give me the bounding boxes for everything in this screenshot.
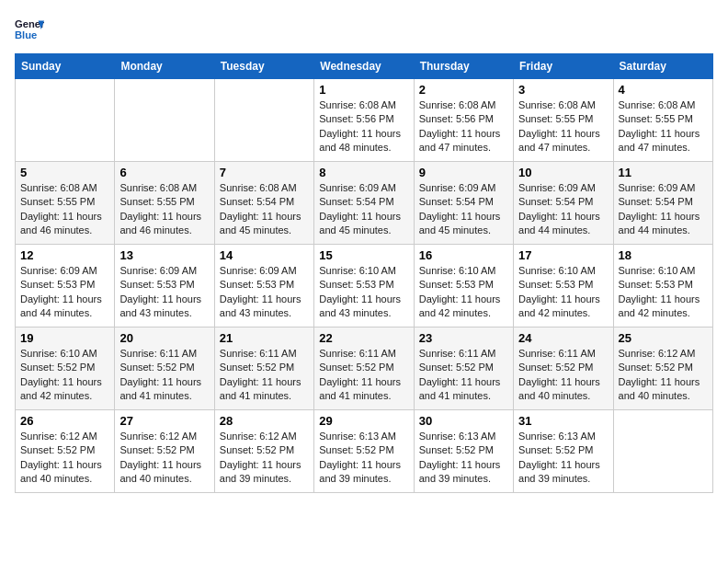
calendar-cell: 6Sunrise: 6:08 AM Sunset: 5:55 PM Daylig… [115,162,214,245]
day-info: Sunrise: 6:10 AM Sunset: 5:53 PM Dayligh… [518,264,608,321]
calendar-cell: 10Sunrise: 6:09 AM Sunset: 5:54 PM Dayli… [514,162,613,245]
calendar-cell: 13Sunrise: 6:09 AM Sunset: 5:53 PM Dayli… [115,245,214,327]
day-info: Sunrise: 6:10 AM Sunset: 5:53 PM Dayligh… [419,264,508,321]
day-header-saturday: Saturday [613,54,712,79]
calendar-cell [16,79,115,162]
day-number: 7 [220,166,309,179]
day-number: 17 [518,248,608,262]
day-info: Sunrise: 6:11 AM Sunset: 5:52 PM Dayligh… [419,347,508,404]
calendar-week-2: 5Sunrise: 6:08 AM Sunset: 5:55 PM Daylig… [16,162,713,245]
calendar-cell [613,410,712,493]
calendar-week-3: 12Sunrise: 6:09 AM Sunset: 5:53 PM Dayli… [16,245,713,327]
calendar-cell: 28Sunrise: 6:12 AM Sunset: 5:52 PM Dayli… [214,410,313,493]
calendar-cell: 31Sunrise: 6:13 AM Sunset: 5:52 PM Dayli… [514,410,613,493]
calendar-cell: 20Sunrise: 6:11 AM Sunset: 5:52 PM Dayli… [115,327,214,410]
calendar-cell: 22Sunrise: 6:11 AM Sunset: 5:52 PM Dayli… [314,327,414,410]
day-number: 28 [220,414,309,428]
day-header-wednesday: Wednesday [314,54,414,79]
calendar-cell: 3Sunrise: 6:08 AM Sunset: 5:55 PM Daylig… [514,79,613,162]
day-number: 18 [619,248,708,262]
logo-icon: General Blue [15,15,44,44]
day-header-monday: Monday [115,54,214,79]
svg-text:Blue: Blue [15,29,37,40]
calendar-cell: 1Sunrise: 6:08 AM Sunset: 5:56 PM Daylig… [314,79,414,162]
calendar-cell: 7Sunrise: 6:08 AM Sunset: 5:54 PM Daylig… [214,162,313,245]
calendar-week-5: 26Sunrise: 6:12 AM Sunset: 5:52 PM Dayli… [16,410,713,493]
day-number: 23 [419,331,508,345]
calendar-cell: 19Sunrise: 6:10 AM Sunset: 5:52 PM Dayli… [16,327,115,410]
day-info: Sunrise: 6:10 AM Sunset: 5:53 PM Dayligh… [319,264,408,321]
day-info: Sunrise: 6:09 AM Sunset: 5:54 PM Dayligh… [619,181,708,238]
day-info: Sunrise: 6:09 AM Sunset: 5:53 PM Dayligh… [119,264,209,321]
day-info: Sunrise: 6:13 AM Sunset: 5:52 PM Dayligh… [419,430,508,487]
day-info: Sunrise: 6:11 AM Sunset: 5:52 PM Dayligh… [119,347,209,404]
day-info: Sunrise: 6:08 AM Sunset: 5:56 PM Dayligh… [319,98,408,155]
day-info: Sunrise: 6:08 AM Sunset: 5:55 PM Dayligh… [119,181,209,238]
day-info: Sunrise: 6:11 AM Sunset: 5:52 PM Dayligh… [319,347,408,404]
day-info: Sunrise: 6:08 AM Sunset: 5:55 PM Dayligh… [20,181,109,238]
day-number: 19 [20,331,109,345]
calendar-week-4: 19Sunrise: 6:10 AM Sunset: 5:52 PM Dayli… [16,327,713,410]
day-header-tuesday: Tuesday [214,54,313,79]
day-info: Sunrise: 6:09 AM Sunset: 5:53 PM Dayligh… [220,264,309,321]
calendar-cell: 15Sunrise: 6:10 AM Sunset: 5:53 PM Dayli… [314,245,414,327]
calendar-cell: 17Sunrise: 6:10 AM Sunset: 5:53 PM Dayli… [514,245,613,327]
day-number: 4 [619,83,708,97]
day-info: Sunrise: 6:12 AM Sunset: 5:52 PM Dayligh… [119,430,209,487]
calendar-cell: 8Sunrise: 6:09 AM Sunset: 5:54 PM Daylig… [314,162,414,245]
calendar-week-1: 1Sunrise: 6:08 AM Sunset: 5:56 PM Daylig… [16,79,713,162]
calendar-cell [214,79,313,162]
day-info: Sunrise: 6:11 AM Sunset: 5:52 PM Dayligh… [220,347,309,404]
calendar-cell: 2Sunrise: 6:08 AM Sunset: 5:56 PM Daylig… [414,79,513,162]
calendar-cell: 4Sunrise: 6:08 AM Sunset: 5:55 PM Daylig… [613,79,712,162]
day-info: Sunrise: 6:08 AM Sunset: 5:55 PM Dayligh… [619,98,708,155]
day-info: Sunrise: 6:13 AM Sunset: 5:52 PM Dayligh… [319,430,408,487]
calendar-cell: 5Sunrise: 6:08 AM Sunset: 5:55 PM Daylig… [16,162,115,245]
calendar-cell [115,79,214,162]
day-number: 30 [419,414,508,428]
day-info: Sunrise: 6:08 AM Sunset: 5:56 PM Dayligh… [419,98,508,155]
day-number: 27 [119,414,209,428]
day-number: 2 [419,83,508,97]
day-info: Sunrise: 6:09 AM Sunset: 5:54 PM Dayligh… [419,181,508,238]
day-info: Sunrise: 6:13 AM Sunset: 5:52 PM Dayligh… [518,430,608,487]
calendar-cell: 29Sunrise: 6:13 AM Sunset: 5:52 PM Dayli… [314,410,414,493]
calendar-cell: 26Sunrise: 6:12 AM Sunset: 5:52 PM Dayli… [16,410,115,493]
day-number: 10 [518,166,608,179]
day-number: 5 [20,166,109,179]
calendar-cell: 18Sunrise: 6:10 AM Sunset: 5:53 PM Dayli… [613,245,712,327]
calendar-cell: 9Sunrise: 6:09 AM Sunset: 5:54 PM Daylig… [414,162,513,245]
day-number: 20 [119,331,209,345]
day-number: 22 [319,331,408,345]
day-number: 9 [419,166,508,179]
day-header-sunday: Sunday [16,54,115,79]
calendar-cell: 12Sunrise: 6:09 AM Sunset: 5:53 PM Dayli… [16,245,115,327]
day-number: 3 [518,83,608,97]
day-info: Sunrise: 6:09 AM Sunset: 5:53 PM Dayligh… [20,264,109,321]
day-info: Sunrise: 6:12 AM Sunset: 5:52 PM Dayligh… [220,430,309,487]
day-number: 12 [20,248,109,262]
day-number: 14 [220,248,309,262]
calendar-cell: 30Sunrise: 6:13 AM Sunset: 5:52 PM Dayli… [414,410,513,493]
day-info: Sunrise: 6:09 AM Sunset: 5:54 PM Dayligh… [319,181,408,238]
day-info: Sunrise: 6:10 AM Sunset: 5:52 PM Dayligh… [20,347,109,404]
day-number: 1 [319,83,408,97]
calendar-cell: 11Sunrise: 6:09 AM Sunset: 5:54 PM Dayli… [613,162,712,245]
day-number: 13 [119,248,209,262]
day-info: Sunrise: 6:10 AM Sunset: 5:53 PM Dayligh… [619,264,708,321]
day-header-thursday: Thursday [414,54,513,79]
calendar-cell: 14Sunrise: 6:09 AM Sunset: 5:53 PM Dayli… [214,245,313,327]
day-info: Sunrise: 6:09 AM Sunset: 5:54 PM Dayligh… [518,181,608,238]
day-number: 24 [518,331,608,345]
calendar-table: SundayMondayTuesdayWednesdayThursdayFrid… [15,53,713,493]
day-info: Sunrise: 6:12 AM Sunset: 5:52 PM Dayligh… [20,430,109,487]
day-number: 11 [619,166,708,179]
calendar-cell: 16Sunrise: 6:10 AM Sunset: 5:53 PM Dayli… [414,245,513,327]
day-number: 29 [319,414,408,428]
logo: General Blue [15,15,44,44]
calendar-cell: 23Sunrise: 6:11 AM Sunset: 5:52 PM Dayli… [414,327,513,410]
day-number: 15 [319,248,408,262]
day-number: 21 [220,331,309,345]
calendar-cell: 27Sunrise: 6:12 AM Sunset: 5:52 PM Dayli… [115,410,214,493]
day-number: 31 [518,414,608,428]
